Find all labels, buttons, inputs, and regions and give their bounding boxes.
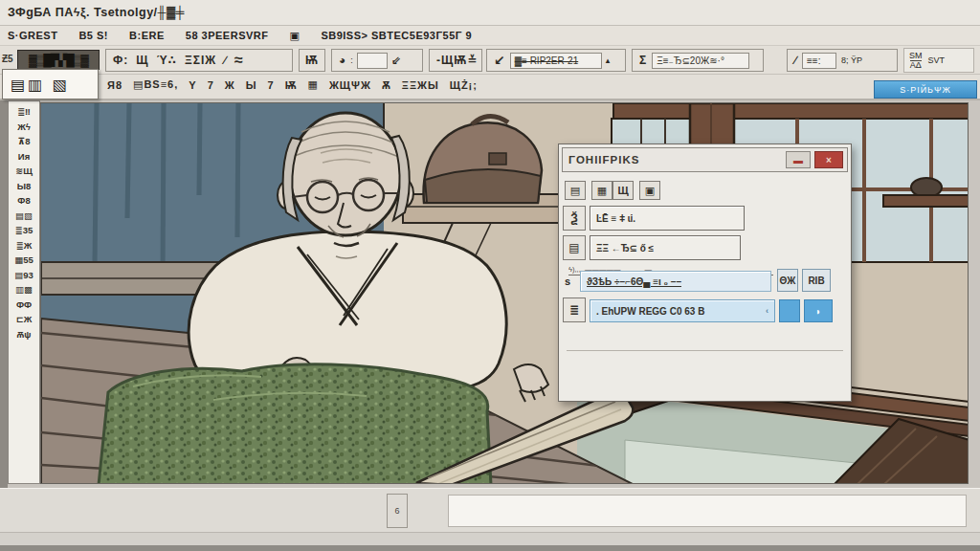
palette-icon-13[interactable]: ▥▩ [15,282,33,298]
dialog-row-d-button-1[interactable] [779,299,800,322]
t2-icon-1[interactable]: Я8 [107,79,122,91]
tool-preset-dark-combo[interactable]: ▓▒█▛▞█▒▓ [17,50,100,70]
t2-icon-5[interactable]: Ж [225,79,235,91]
palette-icon-8[interactable]: ▤▧ [15,209,33,224]
sigma-group: Σ Ξ≡₋Ђ⊆20Ж≋·° [632,49,764,72]
status-input-field[interactable] [448,495,967,527]
dialog-icon-1[interactable]: ▤ [565,181,586,200]
t2-icon-9[interactable]: ▦ [308,78,319,91]
palette-icon-5[interactable]: ≋Щ [15,164,33,179]
modifier-group: -ЩѬ≚ [429,49,482,72]
tool-icon-1[interactable]: Ф: [113,54,128,67]
secondary-toolbar-icons: Я8 ▤BS≡6, Υ 7 Ж Ы 7 Ѭ ▦ ЖЩΨЖ Ѫ ΞΞЖЫ ЩŻ¡; [107,78,478,91]
dialog-close-button[interactable]: × [814,151,843,168]
palette-icon-11[interactable]: ▦55 [14,253,33,268]
spin-up-icon[interactable]: ▴ [606,55,611,65]
dialog-title: ΓOHIIFPIΚS [563,154,786,165]
dialog-s-label: s [565,276,570,287]
sigma-icon[interactable]: Σ [639,54,647,67]
colon-label: : [350,55,353,65]
status-button[interactable]: 6 [387,494,408,528]
lower-strip [0,532,980,545]
palette-icon-1[interactable]: ≣‼ [17,104,31,120]
dialog-icon-2[interactable]: ▦ [591,181,612,200]
t2-icon-6[interactable]: Ы [246,79,257,91]
palette-icon-9[interactable]: ≣35 [15,223,33,238]
t2-icon-8[interactable]: Ѭ [285,79,298,91]
palette-icon-7[interactable]: Ф8 [17,193,30,209]
pen-icon[interactable]: ∕ [794,54,797,67]
open-dropdown-panel[interactable]: ▤▥ ▧ [2,69,99,99]
dialog-row-a-field[interactable]: ĿĒ ≡ ǂ ɩі. [590,206,745,231]
t2-icon-7[interactable]: 7 [268,79,275,91]
dialog-row-c-button-2[interactable]: RIB [802,269,831,292]
dialog-row-d-button-2[interactable]: ◗ [804,299,833,322]
dropdown-caret-icon[interactable]: ‹ [766,306,768,316]
toolbar-corner-label: Ƶ5 [2,54,13,64]
dialog-row-d-field[interactable]: . EhUPW REGG C0 63 B ‹ [590,299,775,322]
menu-item-icon[interactable]: ▣ [289,30,300,42]
dialog-icon-4[interactable]: ▣ [639,181,660,200]
ratio-side-label: SVT [928,55,946,65]
palette-icon-6[interactable]: Ы8 [17,179,32,194]
pen-stroke-icon[interactable]: ⇙ [391,54,402,67]
ratio-bottom-label: ĀΔ [910,60,922,70]
left-frame [0,100,8,488]
preset-combo[interactable]: ▓≡ RIP2ER-21 [510,53,602,69]
tool-icon-2[interactable]: Щ [136,54,148,67]
palette-icon-14[interactable]: ФФ [16,298,32,313]
dialog-titlebar[interactable]: ΓOHIIFPIΚS ▬ × [562,147,848,172]
blob-brush-icon[interactable]: ◕ [339,54,346,67]
stamp-tool-button[interactable]: Ѭ [299,49,325,72]
menu-item-3[interactable]: B:ERE [129,30,165,41]
menu-item-2[interactable]: B5 S! [78,30,108,41]
t2-icon-3[interactable]: Υ [189,79,196,91]
t2-icon-13[interactable]: ЩŻ¡; [450,79,478,91]
menu-item-1[interactable]: S·GREST [8,30,57,41]
palette-icon-15[interactable]: ⊏Ж [16,312,33,327]
sigma-field[interactable]: Ξ≡₋Ђ⊆20Ж≋·° [652,53,749,69]
pen-field[interactable]: ≡≡: [802,53,836,69]
floating-dialog[interactable]: ΓOHIIFPIΚS ▬ × ▤ ▦ Щ ▣ Ѯ ĿĒ ≡ ǂ ɩі. ▤ ΞΞ… [558,143,852,402]
tool-icon-4[interactable]: ΞΣΙЖ [185,54,216,67]
brush-size-field[interactable] [357,53,388,69]
modifier-icons[interactable]: -ЩѬ≚ [436,54,478,67]
dropdown-panel-glyphs: ▤▥ ▧ [11,76,70,94]
secondary-toolbar: Я8 ▤BS≡6, Υ 7 Ж Ы 7 Ѭ ▦ ЖЩΨЖ Ѫ ΞΞЖЫ ЩŻ¡;… [0,75,980,100]
tool-icon-5[interactable]: ∕ [224,54,227,67]
tool-icon-3[interactable]: Ύ∴ [156,54,176,67]
palette-icon-10[interactable]: ≣Ж [16,238,33,253]
t2-icon-11[interactable]: Ѫ [382,79,391,91]
bottom-frame [0,545,980,551]
dialog-row-a-icon[interactable]: Ѯ [563,206,586,231]
palette-icon-4[interactable]: Ия [18,149,30,165]
t2-icon-12[interactable]: ΞΞЖЫ [402,79,439,91]
window-title: ЗФgБА ПΑϟξ. Tsetnolgy/╫▓╪ [8,6,185,19]
dialog-row-c-button-1[interactable]: ΘЖ [777,269,798,292]
leaves-pile [99,364,491,484]
pen-settings-group: ∕ ≡≡: 8; ŸP [787,49,898,72]
dialog-minimize-button[interactable]: ▬ [786,151,811,168]
brush-group: ◕ : ⇙ [331,49,423,72]
dialog-icon-3[interactable]: Щ [612,181,634,200]
menu-item-5[interactable]: SB9ΙSS> SBTEC5E93Γ55Γ 9 [321,30,472,41]
palette-icon-3[interactable]: ⊼8 [18,134,31,149]
help-blue-button[interactable]: Ѕ·ΡΙЙЬΨЖ [874,80,977,99]
draw-tools-group: Ф: Щ Ύ∴ ΞΣΙЖ ∕ ≈ [105,49,293,72]
pen-suffix-label: 8; ŸP [841,55,862,65]
dialog-row-c-field[interactable]: ϑЗѣЬ ÷–⌐6Θ▄ ≡ι ₀ –– [580,271,771,292]
menu-item-4[interactable]: 58 3PEERSVRF [186,30,269,41]
freehand-squiggle-icon[interactable]: ≈ [234,52,244,69]
main-toolbar: Ƶ5 ▓▒█▛▞█▒▓ Ф: Щ Ύ∴ ΞΣΙЖ ∕ ≈ Ѭ ◕ : ⇙ -ЩѬ… [0,46,980,75]
t2-icon-2[interactable]: ▤BS≡6, [133,78,178,91]
t2-icon-4[interactable]: 7 [208,79,214,91]
dialog-row-b-field[interactable]: ΞΞ ←Ђ⊆ ő ≤ [590,235,741,260]
t2-icon-10[interactable]: ЖЩΨЖ [329,79,371,91]
dialog-row-b-icon[interactable]: ▤ [563,235,586,260]
dialog-row-d-icon[interactable]: ≣ [563,298,586,322]
palette-icon-16[interactable]: Ѫψ [17,327,32,342]
window-titlebar: ЗФgБА ПΑϟξ. Tsetnolgy/╫▓╪ [0,0,980,26]
palette-icon-12[interactable]: ▤93 [14,268,33,283]
select-arrow-icon[interactable]: ↙ [494,53,506,68]
palette-icon-2[interactable]: Жϟ [17,120,31,135]
